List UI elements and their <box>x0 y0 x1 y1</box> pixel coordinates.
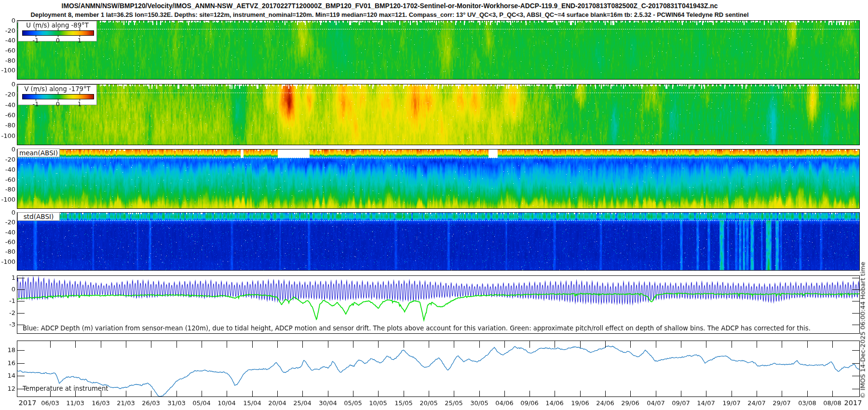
v-velocity-heatmap-panel <box>17 84 860 145</box>
tide-tick-label: -2 <box>1 309 15 316</box>
year-label-right: 2017 <box>842 399 864 407</box>
date-tick-label: 08/08 <box>821 399 844 407</box>
u-legend-title: U (m/s) along -89°T <box>18 22 96 29</box>
colorbar-tick-label: 1 <box>74 37 85 44</box>
date-tick-label: 25/04 <box>291 399 314 407</box>
year-label-left: 2017 <box>17 399 38 407</box>
figure-canvas: {"header":{"title_line1":"IMOS/ANMN/NSW/… <box>0 0 868 410</box>
date-tick-label: 19/07 <box>720 399 743 407</box>
std-absi-heatmap <box>17 213 859 270</box>
depth-tick-label: -20 <box>1 27 15 34</box>
depth-tick-label: -20 <box>1 219 15 226</box>
date-tick-label: 25/05 <box>442 399 465 407</box>
date-tick-label: 14/06 <box>543 399 566 407</box>
depth-tick-label: -40 <box>1 229 15 236</box>
colorbar-tick-label: -1 <box>30 100 41 108</box>
date-tick-label: 06/03 <box>39 399 62 407</box>
date-tick-label: 04/06 <box>493 399 516 407</box>
v-velocity-heatmap <box>17 84 859 145</box>
temp-tick-label: 18 <box>1 346 15 354</box>
temp-tick-label: 14 <box>1 372 15 379</box>
tide-tick-label: 1 <box>1 274 15 281</box>
v-legend-title: V (m/s) along -179°T <box>18 85 96 93</box>
date-tick-label: 09/06 <box>518 399 541 407</box>
depth-tick-label: -40 <box>1 101 15 109</box>
date-tick-label: 16/03 <box>89 399 112 407</box>
date-tick-label: 26/03 <box>139 399 163 407</box>
temperature-panel <box>17 341 860 397</box>
depth-tick-label: -60 <box>1 47 15 54</box>
colorbar-tick-label: 0 <box>52 100 64 108</box>
date-tick-label: 31/03 <box>165 399 188 407</box>
date-tick-label: 30/04 <box>316 399 339 407</box>
v-legend: V (m/s) along -179°T -101 <box>18 84 97 105</box>
date-tick-label: 14/07 <box>694 399 718 407</box>
date-tick-label: 19/06 <box>569 399 592 407</box>
depth-tick-label: -60 <box>1 176 15 183</box>
depth-tick-label: -80 <box>1 122 15 129</box>
colorbar-tick <box>80 92 80 94</box>
u-velocity-heatmap <box>17 21 859 79</box>
u-legend: U (m/s) along -89°T -101 <box>18 21 97 41</box>
tide-tick-label: -3 <box>1 321 15 328</box>
mean-absi-heatmap-panel <box>17 149 860 209</box>
depth-tick-label: -80 <box>1 57 15 64</box>
date-tick-label: 03/08 <box>796 399 819 407</box>
date-tick-label: 21/03 <box>114 399 137 407</box>
colorbar-tick <box>58 28 58 30</box>
depth-tick-label: -40 <box>1 166 15 173</box>
depth-tick-label: 0 <box>1 209 15 216</box>
date-tick-label: 24/06 <box>594 399 617 407</box>
depth-tick-label: -100 <box>1 132 15 139</box>
figure-title-line1: IMOS/ANMN/NSW/BMP120/Velocity/IMOS_ANMN-… <box>0 2 779 10</box>
depth-tick-label: -20 <box>1 91 15 98</box>
date-tick-label: 11/03 <box>64 399 87 407</box>
depth-tick-label: 0 <box>1 81 15 88</box>
date-tick-label: 09/07 <box>669 399 692 407</box>
colorbar-tick <box>36 28 36 30</box>
depth-tick-label: -80 <box>1 248 15 255</box>
date-tick-label: 15/05 <box>392 399 415 407</box>
temp-tick-label: 12 <box>1 385 15 392</box>
date-tick-label: 15/04 <box>241 399 264 407</box>
colorbar-tick-label: 0 <box>52 37 64 44</box>
date-tick-label: 29/06 <box>619 399 642 407</box>
colorbar-tick-label: 1 <box>74 100 85 108</box>
depth-tick-label: 0 <box>1 17 15 24</box>
date-tick-label: 24/07 <box>745 399 768 407</box>
depth-tick-label: -100 <box>1 258 15 265</box>
date-tick-label: 10/04 <box>215 399 238 407</box>
std-absi-heatmap-panel <box>17 212 860 271</box>
colorbar-tick <box>36 92 36 94</box>
depth-tick-label: -40 <box>1 37 15 44</box>
date-tick-label: 20/05 <box>417 399 440 407</box>
mean-absi-label: mean(ABSI) <box>17 149 60 157</box>
colorbar-tick <box>80 28 80 30</box>
std-absi-label: std(ABSI) <box>17 212 60 221</box>
tide-tick-label: -1 <box>1 297 15 304</box>
colorbar-tick-label: -1 <box>30 37 41 44</box>
figure-title-line2: Deployment 8, member 1 lat=36.2S lon=150… <box>0 11 779 18</box>
depth-tick-label: -60 <box>1 111 15 119</box>
depth-tick-label: 0 <box>1 146 15 153</box>
temp-tick-label: 16 <box>1 359 15 367</box>
mean-absi-heatmap <box>17 150 859 208</box>
depth-tick-label: -100 <box>1 67 15 74</box>
depth-variation-caption: Blue: ADCP Depth (m) variation from sens… <box>23 325 811 332</box>
date-tick-label: 04/07 <box>644 399 667 407</box>
depth-tick-label: -100 <box>1 196 15 203</box>
date-tick-label: 10/05 <box>366 399 390 407</box>
date-tick-label: 29/07 <box>770 399 793 407</box>
u-velocity-heatmap-panel <box>17 20 860 80</box>
temperature-plot <box>17 341 859 396</box>
colorbar-tick <box>58 92 58 94</box>
depth-tick-label: -80 <box>1 186 15 193</box>
date-tick-label: 20/04 <box>266 399 289 407</box>
date-tick-label: 05/05 <box>341 399 365 407</box>
tide-tick-label: 0 <box>1 286 15 293</box>
date-tick-label: 05/04 <box>190 399 213 407</box>
temperature-label: Temperature at instrument <box>23 385 108 392</box>
depth-tick-label: -60 <box>1 238 15 246</box>
date-tick-label: 30/05 <box>468 399 491 407</box>
depth-tick-label: -20 <box>1 156 15 163</box>
